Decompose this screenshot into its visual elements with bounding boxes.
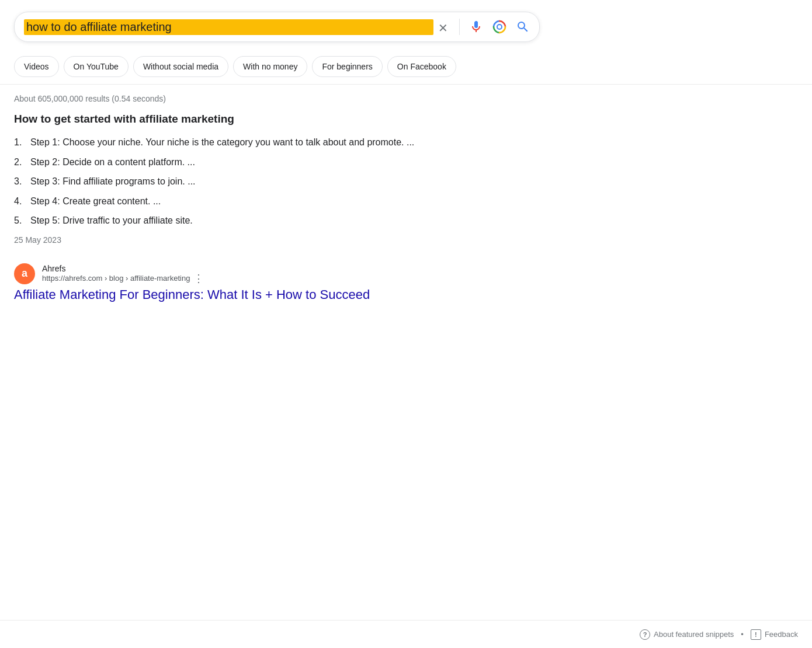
search-bar-container: how to do affiliate marketing ✕ — [0, 0, 812, 51]
help-circle-icon: ? — [640, 629, 650, 640]
chip-beginners[interactable]: For beginners — [312, 56, 382, 77]
about-snippets-label: About featured snippets — [654, 630, 734, 639]
feedback-item[interactable]: ! Feedback — [751, 629, 798, 640]
source-options-button[interactable]: ⋮ — [193, 273, 204, 284]
search-bar: how to do affiliate marketing ✕ — [14, 12, 540, 42]
source-name: Ahrefs — [42, 264, 204, 273]
search-icons-group — [469, 20, 530, 34]
clear-search-button[interactable]: ✕ — [438, 21, 450, 33]
snippet-steps-list: 1. Step 1: Choose your niche. Your niche… — [14, 135, 488, 228]
result-title-link[interactable]: Affiliate Marketing For Beginners: What … — [14, 287, 370, 302]
snippet-title: How to get started with affiliate market… — [14, 113, 488, 126]
search-button-icon[interactable] — [516, 20, 530, 34]
about-snippets-item[interactable]: ? About featured snippets — [640, 629, 734, 640]
search-query-text: how to do affiliate marketing — [24, 19, 433, 35]
chip-no-money[interactable]: With no money — [233, 56, 307, 77]
search-divider — [459, 19, 460, 35]
snippet-step-1: 1. Step 1: Choose your niche. Your niche… — [14, 135, 488, 150]
chip-videos[interactable]: Videos — [14, 56, 59, 77]
source-result: a Ahrefs https://ahrefs.com › blog › aff… — [0, 263, 502, 313]
source-favicon: a — [14, 263, 35, 284]
source-url-row: https://ahrefs.com › blog › affiliate-ma… — [42, 273, 204, 284]
featured-snippet: How to get started with affiliate market… — [0, 108, 502, 263]
chips-container: Videos On YouTube Without social media W… — [0, 51, 812, 85]
source-url: https://ahrefs.com › blog › affiliate-ma… — [42, 274, 190, 283]
bottom-dot-separator: • — [741, 630, 744, 639]
snippet-step-4: 4. Step 4: Create great content. ... — [14, 194, 488, 209]
source-header: a Ahrefs https://ahrefs.com › blog › aff… — [14, 263, 488, 284]
source-info: Ahrefs https://ahrefs.com › blog › affil… — [42, 264, 204, 284]
results-count: About 605,000,000 results (0.54 seconds) — [0, 85, 812, 108]
feedback-label: Feedback — [765, 630, 798, 639]
bottom-bar: ? About featured snippets • ! Feedback — [0, 620, 812, 648]
svg-point-1 — [497, 25, 502, 29]
google-lens-icon[interactable] — [492, 20, 506, 34]
chip-facebook[interactable]: On Facebook — [387, 56, 456, 77]
exclaim-box-icon: ! — [751, 629, 761, 640]
microphone-icon[interactable] — [469, 20, 483, 34]
chip-youtube[interactable]: On YouTube — [64, 56, 129, 77]
snippet-step-2: 2. Step 2: Decide on a content platform.… — [14, 155, 488, 170]
snippet-step-3: 3. Step 3: Find affiliate programs to jo… — [14, 174, 488, 189]
snippet-step-5: 5. Step 5: Drive traffic to your affilia… — [14, 213, 488, 228]
snippet-date: 25 May 2023 — [14, 235, 488, 245]
chip-no-social[interactable]: Without social media — [133, 56, 228, 77]
